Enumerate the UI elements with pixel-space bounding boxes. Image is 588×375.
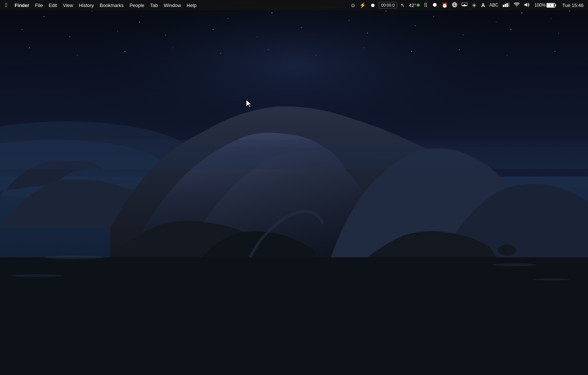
menubar:  Finder File Edit View History Bookmark… bbox=[0, 0, 588, 10]
help-menu[interactable]: Help bbox=[184, 2, 200, 9]
apple-menu[interactable]:  bbox=[1, 1, 11, 9]
people-menu[interactable]: People bbox=[126, 2, 147, 9]
autofocus-icon: ⊙ bbox=[351, 3, 355, 8]
volume-icon bbox=[524, 3, 530, 8]
flash-icon: ⚡ bbox=[359, 3, 366, 8]
svg-point-52 bbox=[439, 239, 450, 246]
battery-pct-status[interactable]: 100% bbox=[533, 1, 559, 9]
sparkle-icon: ✳ bbox=[472, 3, 477, 8]
temp-indicator bbox=[417, 4, 420, 7]
alarm-status[interactable]: ⏰ bbox=[440, 2, 449, 9]
view-menu[interactable]: View bbox=[60, 2, 76, 9]
abc-icon: ABC bbox=[490, 3, 499, 7]
battery-pct-label: 100% bbox=[534, 3, 546, 8]
airplay-status[interactable] bbox=[460, 1, 469, 9]
svg-rect-54 bbox=[0, 257, 588, 375]
battery-icon bbox=[546, 3, 557, 8]
tab-menu[interactable]: Tab bbox=[147, 2, 161, 9]
clock-time: Tue 15:46 bbox=[562, 3, 584, 8]
svg-rect-74 bbox=[555, 4, 556, 6]
menubar-left:  Finder File Edit View History Bookmark… bbox=[1, 1, 349, 9]
temp-value: 42° bbox=[409, 3, 416, 8]
cursor-status[interactable]: ↖ bbox=[399, 1, 407, 9]
app-name-menu[interactable]: Finder bbox=[12, 2, 32, 9]
airplay-icon bbox=[462, 3, 467, 8]
dropbox-icon bbox=[432, 2, 437, 8]
history-menu[interactable]: History bbox=[76, 2, 97, 9]
svg-rect-69 bbox=[505, 4, 506, 7]
svg-rect-68 bbox=[503, 5, 504, 7]
autofocus-status[interactable]: ⊙ bbox=[349, 2, 357, 9]
timer-value: 00:00.0 bbox=[381, 3, 395, 7]
alarm-icon: ⏰ bbox=[442, 3, 448, 8]
bookmarks-menu[interactable]: Bookmarks bbox=[97, 2, 126, 9]
clock-display[interactable]: Tue 15:46 bbox=[559, 1, 587, 9]
record-icon: ⏺ bbox=[370, 3, 375, 8]
menubar-right: ⊙ ⚡ ⏺ 00:00.0 ↖ 42° ⠿ bbox=[349, 1, 587, 9]
edit-menu[interactable]: Edit bbox=[46, 2, 60, 9]
text-a-icon: A bbox=[481, 3, 485, 8]
wifi-icon bbox=[514, 3, 520, 8]
dotgrid-status[interactable]: ⠿ bbox=[422, 1, 430, 9]
svg-point-53 bbox=[498, 244, 516, 256]
svg-rect-70 bbox=[506, 3, 508, 7]
wifi-status[interactable] bbox=[512, 1, 521, 9]
dotgrid-icon: ⠿ bbox=[424, 3, 428, 8]
svg-point-57 bbox=[533, 278, 570, 281]
timer-status[interactable]: 00:00.0 bbox=[379, 2, 397, 8]
text-input-status[interactable]: A bbox=[479, 1, 487, 9]
dropbox-status[interactable] bbox=[430, 1, 439, 9]
svg-point-55 bbox=[44, 256, 103, 259]
svg-point-56 bbox=[492, 263, 537, 266]
input-method-status[interactable]: ABC bbox=[488, 2, 501, 8]
record-status[interactable]: ⏺ bbox=[368, 1, 377, 9]
temperature-status[interactable]: 42° bbox=[408, 2, 422, 8]
flash-status[interactable]: ⚡ bbox=[358, 1, 368, 9]
svg-point-58 bbox=[11, 274, 62, 277]
volume-status[interactable] bbox=[522, 1, 532, 9]
battery-bars-icon bbox=[503, 3, 509, 8]
battery-bars-status[interactable] bbox=[501, 1, 511, 9]
window-menu[interactable]: Window bbox=[161, 2, 184, 9]
svg-rect-60 bbox=[0, 147, 588, 169]
file-menu[interactable]: File bbox=[32, 2, 46, 9]
svg-point-51 bbox=[426, 235, 441, 243]
desktop bbox=[0, 0, 588, 375]
browser-icon bbox=[452, 2, 457, 8]
cursor-icon: ↖ bbox=[401, 3, 405, 8]
sparkle-status[interactable]: ✳ bbox=[470, 1, 478, 9]
browser-status[interactable] bbox=[450, 1, 459, 9]
svg-rect-71 bbox=[508, 3, 509, 7]
